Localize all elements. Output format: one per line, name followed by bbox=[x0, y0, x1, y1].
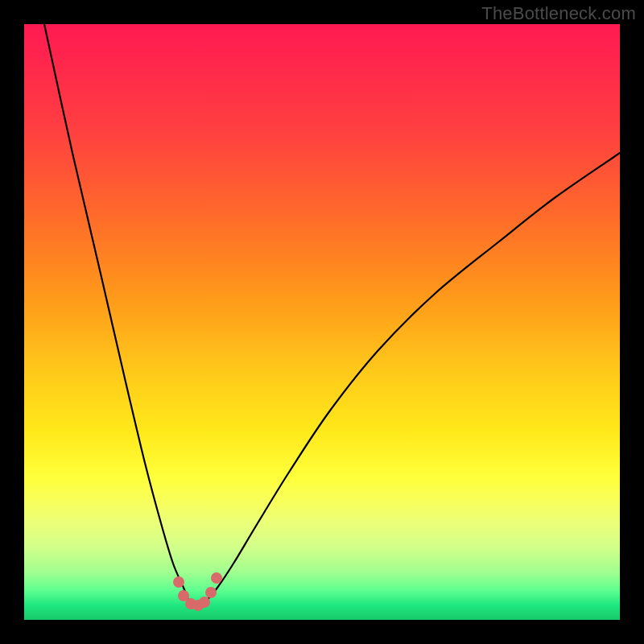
trough-dot bbox=[211, 572, 222, 584]
trough-dot bbox=[173, 576, 184, 588]
curve-left-branch bbox=[44, 24, 189, 602]
curve-layer bbox=[24, 24, 620, 620]
trough-dot bbox=[199, 597, 210, 608]
watermark-text: TheBottleneck.com bbox=[481, 3, 636, 24]
curve-right-branch bbox=[205, 153, 620, 602]
plot-area bbox=[24, 24, 620, 620]
trough-dots-group bbox=[173, 572, 222, 611]
trough-dot bbox=[205, 587, 217, 598]
